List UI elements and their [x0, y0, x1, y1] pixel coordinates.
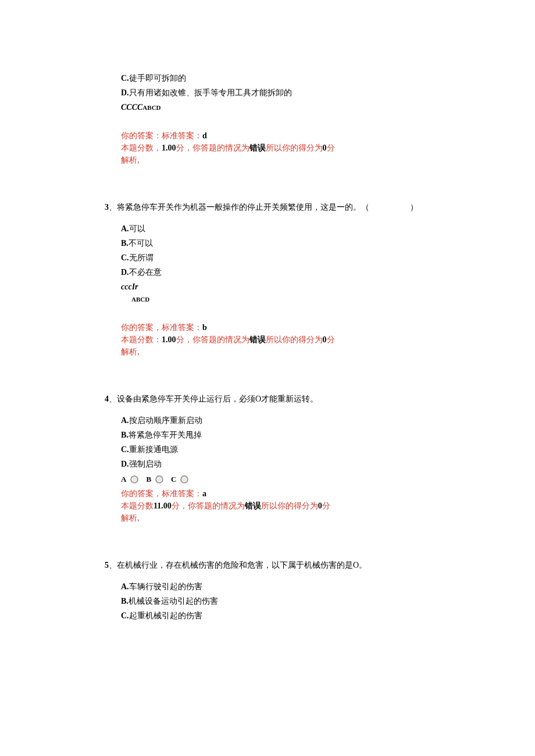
q2-option-c: C.徒手即可拆卸的 — [121, 72, 430, 84]
got-score: 0 — [323, 144, 327, 152]
q2-option-d: D.只有用诸如改锥、扳手等专用工具才能拆卸的 — [121, 87, 430, 99]
got-unit: 分 — [327, 144, 335, 152]
got-unit: 分 — [322, 501, 330, 510]
radio-icon[interactable] — [180, 475, 189, 484]
score-value: 1.00 — [162, 144, 176, 152]
svg-point-1 — [156, 476, 163, 483]
q3-stem: 3、将紧急停车开关作为机器一般操作的停止开关频繁使用，这是一的。（） — [105, 201, 430, 213]
radio-icon[interactable] — [155, 475, 164, 484]
std-answer-label: 标准答案： — [162, 323, 202, 332]
q4-answer-block: 你的答案，标准答案：a 本题分数11.00分，你答题的情况为错误所以你的得分为0… — [121, 488, 430, 524]
question-sep: 、 — [109, 561, 117, 569]
option-letter: A. — [121, 582, 129, 591]
option-text: 将紧急停车开关甩掉 — [129, 431, 202, 439]
score-line: 本题分数11.00分，你答题的情况为错误所以你的得分为0分 — [121, 500, 430, 512]
option-text: 车辆行驶引起的伤害 — [129, 582, 202, 591]
got-unit: 分 — [327, 335, 335, 344]
question-number: 5 — [105, 561, 109, 569]
analysis-label: 解析, — [121, 154, 430, 166]
score-prefix: 本题分数： — [121, 335, 162, 344]
q4-stem: 4、设备由紧急停车开关停止运行后，必须O才能重新运转。 — [105, 393, 430, 405]
q3-option-a: A.可以 — [121, 223, 430, 235]
got-score: 0 — [323, 335, 327, 344]
question-number: 4 — [105, 395, 109, 403]
q4-option-b: B.将紧急停车开关甩掉 — [121, 429, 430, 441]
option-letter: B. — [121, 431, 129, 439]
radio-label-a: A — [121, 474, 126, 485]
label-right: ABCD — [131, 296, 149, 303]
q4-option-a: A.按启动顺序重新启动 — [121, 414, 430, 427]
option-text: 徒手即可拆卸的 — [129, 74, 186, 83]
option-letter: A. — [121, 416, 129, 425]
your-answer-label: 你的答案： — [121, 131, 162, 140]
std-answer-label: 标准答案： — [162, 131, 202, 140]
svg-point-2 — [181, 476, 188, 483]
status-wrong: 错误 — [249, 144, 266, 152]
q2-label-row: CCCCABCD — [121, 101, 161, 113]
option-letter: B. — [121, 239, 129, 248]
option-letter: D. — [121, 460, 129, 468]
option-text: 不必在意 — [129, 268, 162, 277]
radio-icon[interactable] — [130, 475, 139, 484]
q4-option-d: D.强制启动 — [121, 458, 430, 470]
status-wrong: 错误 — [245, 501, 261, 510]
answer-line: 你的答案：标准答案：d — [121, 130, 430, 142]
score-unit: 分 — [172, 501, 180, 510]
q3-option-d: D.不必在意 — [121, 266, 430, 278]
answer-line: 你的答案，标准答案：a — [121, 488, 430, 500]
q5-option-c: C.起重机械引起的伤害 — [121, 610, 430, 622]
status-prefix: ，你答题的情况为 — [184, 144, 249, 152]
radio-label-c: C — [171, 474, 176, 485]
option-letter: A. — [121, 224, 129, 233]
option-text: 起重机械引起的伤害 — [129, 611, 202, 620]
q4-radio-row: A B C — [121, 474, 430, 485]
question-text: 在机械行业，存在机械伤害的危险和危害，以下属于机械伤害的是O。 — [117, 561, 367, 569]
option-text: 重新接通电源 — [129, 445, 178, 454]
q5-option-a: A.车辆行驶引起的伤害 — [121, 581, 430, 593]
your-answer-label: 你的答案， — [121, 489, 162, 498]
std-answer: d — [202, 131, 207, 140]
score-unit: 分 — [176, 144, 184, 152]
label-left: cccIr — [121, 282, 138, 291]
label-right: ABCD — [142, 104, 160, 111]
option-letter: D. — [121, 88, 129, 97]
std-answer: a — [202, 489, 206, 498]
q3-answer-block: 你的答案，标准答案：b 本题分数：1.00分，你答题的情况为错误所以你的得分为0… — [121, 321, 430, 358]
q4-option-c: C.重新接通电源 — [121, 443, 430, 456]
status-suffix: 所以你的得分为 — [266, 144, 323, 152]
question-sep: 、 — [109, 203, 117, 212]
score-prefix: 本题分数， — [121, 144, 162, 152]
option-text: 无所谓 — [129, 253, 154, 262]
score-line: 本题分数，1.00分，你答题的情况为错误所以你的得分为0分 — [121, 142, 430, 154]
status-prefix: ，你答题的情况为 — [180, 501, 245, 510]
got-score: 0 — [318, 501, 322, 510]
score-value: 11.00 — [154, 501, 172, 510]
score-prefix: 本题分数 — [121, 501, 154, 510]
question-end: ） — [410, 203, 418, 212]
option-text: 可以 — [129, 224, 145, 233]
option-text: 不可以 — [129, 239, 153, 248]
option-letter: C. — [121, 74, 129, 83]
status-wrong: 错误 — [249, 335, 266, 344]
option-letter: C. — [121, 445, 129, 454]
score-line: 本题分数：1.00分，你答题的情况为错误所以你的得分为0分 — [121, 334, 430, 346]
status-prefix: ，你答题的情况为 — [184, 335, 249, 344]
q3-option-b: B.不可以 — [121, 237, 430, 249]
your-answer-label: 你的答案， — [121, 323, 162, 332]
answer-line: 你的答案，标准答案：b — [121, 321, 430, 334]
question-text: 将紧急停车开关作为机器一般操作的停止开关频繁使用，这是一的。（ — [117, 203, 369, 212]
score-unit: 分 — [176, 335, 184, 344]
std-answer-label: 标准答案： — [162, 489, 202, 498]
question-number: 3 — [105, 203, 109, 212]
question-sep: 、 — [109, 395, 117, 403]
q5-stem: 5、在机械行业，存在机械伤害的危险和危害，以下属于机械伤害的是O。 — [105, 559, 430, 571]
q3-option-c: C.无所谓 — [121, 252, 430, 264]
status-suffix: 所以你的得分为 — [266, 335, 323, 344]
option-text: 机械设备运动引起的伤害 — [129, 597, 218, 605]
svg-point-0 — [131, 476, 138, 483]
q2-answer-block: 你的答案：标准答案：d 本题分数，1.00分，你答题的情况为错误所以你的得分为0… — [121, 130, 430, 166]
score-value: 1.00 — [162, 335, 176, 344]
question-text: 设备由紧急停车开关停止运行后，必须O才能重新运转。 — [117, 395, 318, 403]
option-letter: C. — [121, 611, 129, 620]
q3-label-row: cccIrABCD — [121, 281, 149, 305]
